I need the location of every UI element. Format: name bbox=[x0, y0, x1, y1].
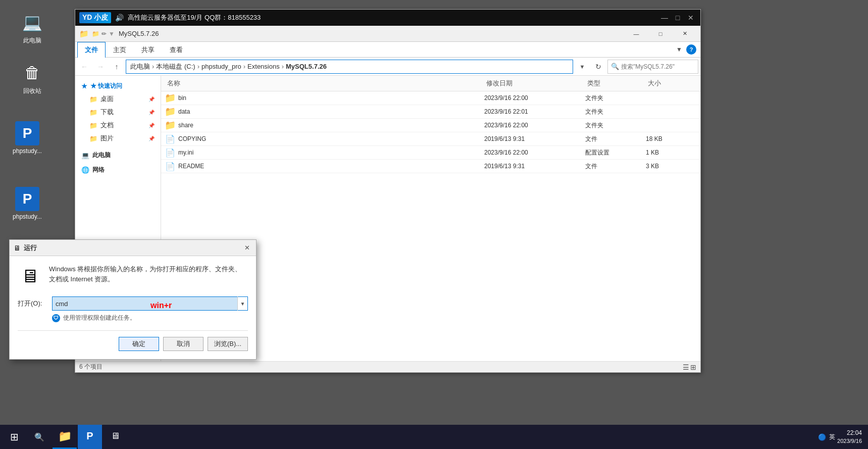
desktop-icon-phpstudy-1[interactable]: P phpstudy... bbox=[7, 121, 47, 155]
taskbar-btn-terminal[interactable]: 🖥 bbox=[103, 425, 127, 449]
taskbar-btn-file-explorer[interactable]: 📁 bbox=[53, 425, 77, 449]
sidebar-item-downloads[interactable]: 📁 下载 📌 bbox=[75, 106, 161, 119]
file-name: data bbox=[178, 108, 190, 115]
desktop-icon-recycle-bin[interactable]: 🗑 回收站 bbox=[12, 61, 53, 95]
tab-share[interactable]: 共享 bbox=[134, 42, 162, 58]
breadcrumb-part-3: Extensions bbox=[247, 63, 280, 70]
tab-file[interactable]: 文件 bbox=[77, 42, 106, 58]
taskbar: ⊞ 🔍 📁 P 🖥 🔵 英 22:04 2023/9/16 bbox=[0, 425, 868, 449]
address-path[interactable]: 此电脑 › 本地磁盘 (C:) › phpstudy_pro › Extensi… bbox=[126, 60, 573, 74]
file-name: my.ini bbox=[178, 149, 193, 156]
folder-icon-documents: 📁 bbox=[89, 122, 97, 129]
ad-minimize-btn[interactable]: — bbox=[659, 12, 670, 23]
breadcrumb-part-4: MySQL5.7.26 bbox=[286, 63, 327, 70]
sidebar-item-documents[interactable]: 📁 文档 📌 bbox=[75, 119, 161, 132]
ad-banner: YD 小皮 🔊 高性能云服务器低至19/月 QQ群：818555233 — □ … bbox=[75, 10, 700, 26]
run-buttons: 确定 取消 浏览(B)... bbox=[18, 330, 248, 351]
back-btn[interactable]: ← bbox=[77, 60, 91, 74]
up-btn[interactable]: ↑ bbox=[110, 60, 124, 74]
sidebar-section-this-pc[interactable]: 💻 此电脑 bbox=[75, 149, 161, 162]
combo-arrow-btn[interactable]: ▼ bbox=[237, 296, 247, 311]
file-size: 18 KB bbox=[646, 135, 696, 142]
ribbon-expand-icon[interactable]: ▼ bbox=[672, 46, 686, 53]
tab-view[interactable]: 查看 bbox=[162, 42, 190, 58]
desktop-icon-phpstudy-2[interactable]: P phpstudy... bbox=[7, 187, 47, 220]
close-btn[interactable]: ✕ bbox=[673, 26, 696, 42]
large-icon-view-btn[interactable]: ⊞ bbox=[690, 363, 696, 371]
table-row[interactable]: 📁 bin 2023/9/16 22:00 文件夹 bbox=[161, 91, 700, 105]
run-ok-btn[interactable]: 确定 bbox=[119, 337, 159, 351]
yd-logo: YD 小皮 bbox=[79, 12, 111, 23]
network-icon: 🌐 bbox=[81, 166, 89, 174]
file-type: 文件夹 bbox=[585, 94, 646, 103]
table-row[interactable]: 📄 my.ini 2023/9/16 22:00 配置设置 1 KB bbox=[161, 146, 700, 160]
refresh-btn[interactable]: ↻ bbox=[591, 60, 605, 74]
run-input[interactable] bbox=[53, 297, 237, 310]
file-type: 文件夹 bbox=[585, 108, 646, 116]
help-icon[interactable]: ? bbox=[686, 44, 696, 55]
breadcrumb-part-1: 本地磁盘 (C:) bbox=[156, 62, 195, 71]
file-modified: 2023/9/16 22:00 bbox=[484, 94, 585, 102]
shield-icon: 🛡 bbox=[52, 314, 60, 322]
file-name: bin bbox=[178, 94, 186, 102]
file-modified: 2023/9/16 22:00 bbox=[484, 149, 585, 156]
run-hint: 🛡 使用管理权限创建此任务。 bbox=[52, 314, 248, 322]
table-row[interactable]: 📁 data 2023/9/16 22:01 文件夹 bbox=[161, 105, 700, 119]
col-header-modified[interactable]: 修改日期 bbox=[484, 78, 585, 89]
clock-time: 22:04 bbox=[837, 429, 862, 437]
forward-btn[interactable]: → bbox=[93, 60, 108, 74]
view-buttons: ☰ ⊞ bbox=[683, 363, 696, 371]
item-count: 6 个项目 bbox=[79, 363, 103, 371]
breadcrumb-sep-1: › bbox=[197, 63, 199, 70]
breadcrumb-sep-3: › bbox=[282, 63, 284, 70]
table-row[interactable]: 📁 share 2023/9/16 22:00 文件夹 bbox=[161, 119, 700, 132]
ad-maximize-btn[interactable]: □ bbox=[672, 12, 683, 23]
file-size: 1 KB bbox=[646, 149, 696, 156]
sidebar-item-desktop[interactable]: 📁 桌面 📌 bbox=[75, 92, 161, 106]
table-row[interactable]: 📄 README 2019/6/13 9:31 文件 3 KB bbox=[161, 160, 700, 173]
run-dialog: 🖥 运行 ✕ 🖥 Windows 将根据你所输入的名称，为你打开相应的程序、文件… bbox=[9, 239, 257, 360]
taskbar-search-btn[interactable]: 🔍 bbox=[27, 425, 52, 449]
taskbar-clock[interactable]: 22:04 2023/9/16 bbox=[837, 429, 862, 445]
desktop-icon-this-pc[interactable]: 💻 此电脑 bbox=[12, 10, 53, 45]
bluetooth-icon: 🔵 bbox=[818, 433, 826, 441]
taskbar-btn-phpstudy[interactable]: P bbox=[78, 425, 102, 449]
maximize-btn[interactable]: □ bbox=[649, 26, 672, 42]
file-icon: 📄 bbox=[165, 147, 175, 158]
sidebar-section-quick-access[interactable]: ★ ★ 快速访问 bbox=[75, 80, 161, 92]
tab-home[interactable]: 主页 bbox=[106, 42, 134, 58]
breadcrumb-sep-2: › bbox=[243, 63, 245, 70]
folder-icon: 📁 bbox=[165, 107, 175, 117]
run-top: 🖥 Windows 将根据你所输入的名称，为你打开相应的程序、文件夹、文档或 I… bbox=[18, 264, 248, 288]
file-modified: 2023/9/16 22:00 bbox=[484, 122, 585, 129]
table-row[interactable]: 📄 COPYING 2019/6/13 9:31 文件 18 KB bbox=[161, 132, 700, 146]
dropdown-btn[interactable]: ▼ bbox=[575, 60, 589, 74]
col-header-type[interactable]: 类型 bbox=[585, 78, 646, 89]
minimize-btn[interactable]: — bbox=[625, 26, 648, 42]
run-input-row: 打开(O): ▼ bbox=[18, 296, 248, 311]
start-btn[interactable]: ⊞ bbox=[2, 425, 26, 449]
folder-icon: 📁 bbox=[165, 93, 175, 103]
file-name: README bbox=[178, 163, 204, 170]
clock-date: 2023/9/16 bbox=[837, 437, 862, 445]
title-bar: 📁 📁 ✏ ▼ MySQL5.7.26 — □ ✕ bbox=[75, 26, 700, 42]
sidebar-item-pictures[interactable]: 📁 图片 📌 bbox=[75, 132, 161, 145]
folder-icon-desktop: 📁 bbox=[89, 95, 97, 103]
sidebar-item-label-pictures: 图片 bbox=[100, 134, 114, 143]
col-header-size[interactable]: 大小 bbox=[646, 78, 696, 89]
breadcrumb-part-0: 此电脑 bbox=[130, 62, 150, 71]
pin-icon-downloads: 📌 bbox=[148, 110, 155, 115]
star-icon: ★ bbox=[81, 82, 87, 90]
file-modified: 2023/9/16 22:01 bbox=[484, 108, 585, 115]
run-browse-btn[interactable]: 浏览(B)... bbox=[208, 337, 248, 351]
ad-close-btn[interactable]: ✕ bbox=[685, 12, 696, 23]
col-header-name[interactable]: 名称 bbox=[165, 78, 484, 89]
run-close-btn[interactable]: ✕ bbox=[242, 243, 252, 253]
run-label: 打开(O): bbox=[18, 299, 48, 308]
folder-icon-downloads: 📁 bbox=[89, 109, 97, 116]
sidebar-section-network[interactable]: 🌐 网络 bbox=[75, 164, 161, 176]
search-input[interactable] bbox=[621, 63, 697, 70]
sidebar-section-label-quick-access: ★ 快速访问 bbox=[90, 82, 122, 90]
details-view-btn[interactable]: ☰ bbox=[683, 363, 689, 371]
run-cancel-btn[interactable]: 取消 bbox=[163, 337, 203, 351]
